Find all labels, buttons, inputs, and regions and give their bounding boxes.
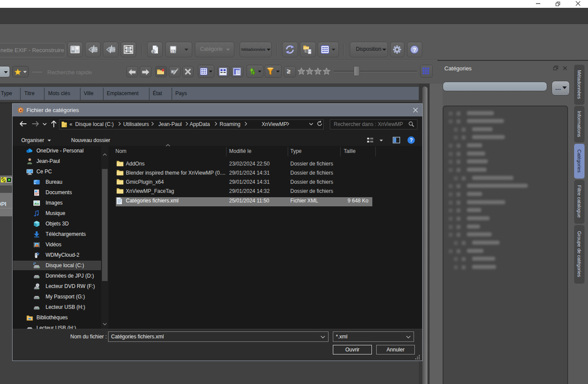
svg-text:1: 1 xyxy=(300,70,302,74)
svg-text:4: 4 xyxy=(325,70,328,74)
svg-text:3: 3 xyxy=(317,70,319,74)
svg-text:2: 2 xyxy=(309,70,311,74)
svg-text:?: ? xyxy=(413,46,416,53)
svg-text:1-5: 1-5 xyxy=(171,50,176,53)
